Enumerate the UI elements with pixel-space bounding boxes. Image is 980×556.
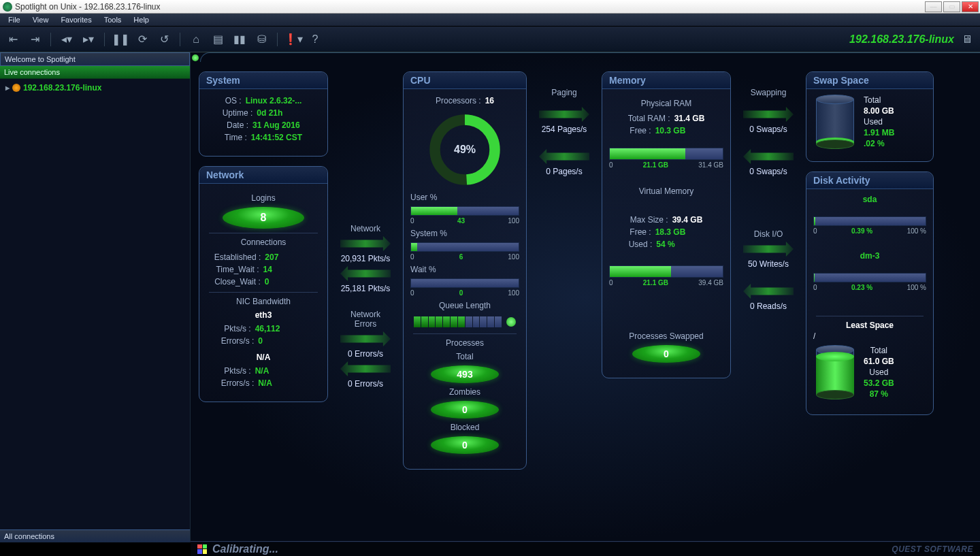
pause-icon[interactable]: ❚❚ xyxy=(113,32,128,47)
cpu-queue-bar xyxy=(414,314,516,329)
logins-oval: 8 xyxy=(223,207,304,229)
status-led-icon xyxy=(192,54,199,61)
system-time: 14:41:52 CST xyxy=(251,133,302,142)
conn-timewait: 14 xyxy=(263,265,311,274)
flow-arrow-icon xyxy=(539,149,589,164)
tree-host[interactable]: ▶ 192.168.23.176-linux xyxy=(3,82,187,94)
chevron-right-icon: ▶ xyxy=(5,85,10,91)
cpu-user-bar xyxy=(410,206,519,216)
database-icon[interactable]: ⛁ xyxy=(254,32,269,47)
panel-disk[interactable]: Disk Activity sda 00.39 %100 % dm-3 00.2… xyxy=(806,171,934,415)
mem-vm-bar xyxy=(609,265,723,278)
flow-paging-out: 254 Pages/s xyxy=(539,125,589,134)
disk-used: 53.2 GB xyxy=(864,378,894,388)
sidebar-welcome[interactable]: Welcome to Spotlight xyxy=(0,52,190,66)
vendor-logo: QUEST SOFTWARE xyxy=(892,544,973,554)
sidebar-all[interactable]: All connections xyxy=(0,529,190,542)
refresh-icon[interactable]: ⟳ xyxy=(135,32,150,47)
cpu-wait-bar xyxy=(410,278,519,288)
swap-total: 8.00 GB xyxy=(864,106,894,116)
flow-arrow-icon xyxy=(539,107,589,122)
nav-fwd-icon[interactable]: ▸▾ xyxy=(81,32,96,47)
flow-disk-writes: 50 Writes/s xyxy=(743,259,794,269)
swap-cylinder-icon xyxy=(816,95,854,149)
mem-total: 31.4 GB xyxy=(674,114,705,123)
flow-disk-reads: 0 Reads/s xyxy=(743,301,794,311)
window-title: Spotlight on Unix - 192.168.23.176-linux xyxy=(15,2,925,12)
disk-cylinder-icon xyxy=(816,345,854,399)
nic2-name: N/A xyxy=(206,353,321,362)
proc-blocked: 0 xyxy=(431,436,499,454)
panel-system[interactable]: System OS :Linux 2.6.32-... Uptime :0d 2… xyxy=(199,71,328,157)
menu-tools[interactable]: Tools xyxy=(99,14,127,25)
dashboard: System OS :Linux 2.6.32-... Uptime :0d 2… xyxy=(191,52,980,542)
toolbar: ⇤ ⇥ ◂▾ ▸▾ ❚❚ ⟳ ↺ ⌂ ▤ ▮▮ ⛁ ❗▾ ? 192.168.2… xyxy=(0,27,980,52)
minimize-button[interactable]: — xyxy=(925,1,942,12)
flow-arrow-icon xyxy=(743,107,794,122)
host-label: 192.168.23.176-linux xyxy=(849,33,954,46)
grid-icon[interactable] xyxy=(197,544,207,554)
panel-swap[interactable]: Swap Space Total 8.00 GB Used 1.91 MB .0… xyxy=(806,71,934,162)
cpu-count: 16 xyxy=(485,96,494,105)
panel-network-title: Network xyxy=(199,167,327,184)
nic1-name: eth3 xyxy=(206,310,321,320)
flow-arrow-icon xyxy=(340,236,391,251)
menu-bar: File View Favorites Tools Help xyxy=(0,14,980,27)
flow-paging-in: 0 Pages/s xyxy=(539,167,589,176)
mem-phys-bar xyxy=(609,148,723,160)
tree-host-label: 192.168.23.176-linux xyxy=(23,83,101,93)
proc-zombies: 0 xyxy=(431,401,499,419)
menu-file[interactable]: File xyxy=(3,14,26,25)
cpu-gauge: 49% xyxy=(427,112,502,187)
host-icon xyxy=(12,84,20,92)
maximize-button[interactable]: ▭ xyxy=(943,1,960,12)
connect-icon[interactable]: ⇤ xyxy=(5,32,20,47)
system-date: 31 Aug 2016 xyxy=(252,120,300,130)
monitor-icon[interactable]: 🖥 xyxy=(960,32,975,47)
home-icon[interactable]: ⌂ xyxy=(189,32,203,47)
menu-favorites[interactable]: Favorites xyxy=(55,14,97,25)
flow-arrow-icon xyxy=(340,331,391,346)
system-os: Linux 2.6.32-... xyxy=(246,96,302,105)
disconnect-icon[interactable]: ⇥ xyxy=(27,32,42,47)
panel-cpu[interactable]: CPU Processors :16 49% User % 043100 Sys… xyxy=(403,71,527,470)
sidebar-live[interactable]: Live connections xyxy=(0,66,190,79)
close-button[interactable]: ✕ xyxy=(962,1,979,12)
swap-used-pct: .02 % xyxy=(864,139,894,148)
swap-used: 1.91 MB xyxy=(864,128,894,137)
title-bar: Spotlight on Unix - 192.168.23.176-linux… xyxy=(0,0,980,14)
nic1-pkts: 46,112 xyxy=(255,324,303,333)
disk-path: / xyxy=(813,331,926,341)
panel-system-title: System xyxy=(199,72,327,89)
panel-memory-title: Memory xyxy=(602,72,730,89)
conn-established: 207 xyxy=(265,252,312,262)
cpu-system-bar xyxy=(410,242,519,252)
disk-total: 61.0 GB xyxy=(864,357,894,366)
chart-icon[interactable]: ▮▮ xyxy=(232,32,247,47)
table-icon[interactable]: ▤ xyxy=(210,32,225,47)
panel-network[interactable]: Network Logins 8 Connections Established… xyxy=(199,166,328,402)
menu-view[interactable]: View xyxy=(27,14,54,25)
nic2-pkts: N/A xyxy=(255,366,303,376)
flow-arrow-icon xyxy=(743,242,794,257)
proc-total: 493 xyxy=(431,365,499,383)
mem-free: 10.3 GB xyxy=(655,126,703,135)
flow-net-out: 20,931 Pkts/s xyxy=(340,254,391,263)
help-icon[interactable]: ? xyxy=(308,32,323,47)
disk1-name: sda xyxy=(813,195,926,204)
connection-tree: ▶ 192.168.23.176-linux xyxy=(0,79,190,529)
menu-help[interactable]: Help xyxy=(128,14,154,25)
sidebar: Welcome to Spotlight Live connections ▶ … xyxy=(0,52,191,542)
nav-back-icon[interactable]: ◂▾ xyxy=(59,32,74,47)
alert-icon[interactable]: ❗▾ xyxy=(286,32,301,47)
vm-max: 39.4 GB xyxy=(672,215,703,225)
vm-used: 54 % xyxy=(656,240,704,249)
panel-memory[interactable]: Memory Physical RAM Total RAM :31.4 GB F… xyxy=(602,71,731,378)
disk2-bar xyxy=(813,273,926,282)
panel-disk-title: Disk Activity xyxy=(806,172,933,189)
disk1-bar xyxy=(813,216,926,226)
nic2-err: N/A xyxy=(258,378,306,388)
flow-net-in: 25,181 Pkts/s xyxy=(340,284,391,293)
history-icon[interactable]: ↺ xyxy=(157,32,172,47)
disk-used-pct: 87 % xyxy=(864,389,894,399)
